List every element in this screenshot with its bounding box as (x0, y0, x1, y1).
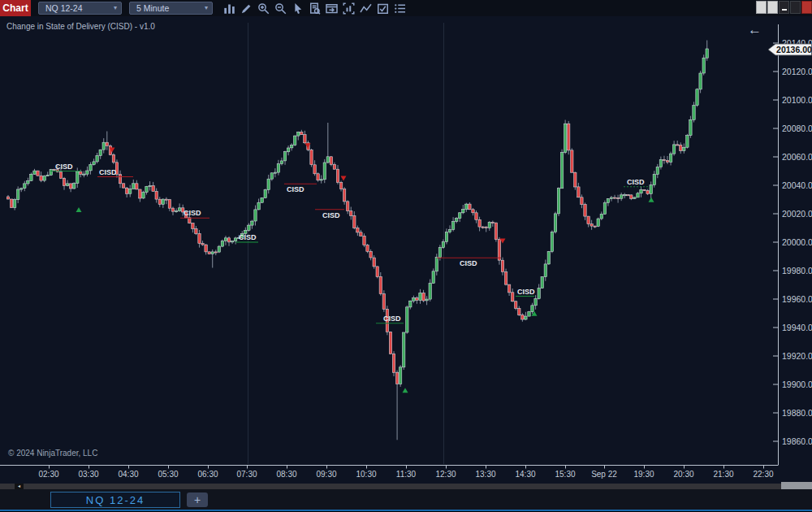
candle (607, 199, 609, 203)
copyright-label: © 2024 NinjaTrader, LLC (8, 449, 97, 458)
horizontal-scrollbar[interactable]: ◂ (0, 484, 812, 489)
candle (80, 171, 82, 174)
tab-nq-12-24[interactable]: NQ 12-24 (50, 492, 180, 508)
candle (425, 299, 428, 301)
candle (597, 219, 599, 226)
candle (416, 298, 418, 301)
candle (363, 236, 365, 245)
candle (666, 161, 668, 163)
candle (136, 184, 138, 189)
candle (643, 189, 646, 190)
candle (248, 225, 250, 230)
candle (76, 171, 79, 184)
candle (686, 136, 689, 148)
add-tab-button[interactable]: + (187, 492, 208, 507)
back-arrow-icon[interactable]: ← (748, 23, 762, 37)
zoom-in-icon[interactable] (257, 2, 270, 15)
close-button[interactable] (801, 1, 812, 14)
price-tick-label: 19940.00 (782, 323, 812, 332)
price-tick-label: 20000.00 (782, 237, 812, 247)
instrument-dropdown[interactable]: NQ 12-24 ▾ (38, 2, 122, 15)
list-menu-icon[interactable] (393, 2, 406, 15)
cisd-label: CISD (99, 168, 117, 176)
candle (155, 191, 158, 199)
candle (376, 267, 378, 277)
candle (498, 240, 500, 261)
candle (211, 252, 214, 254)
candle (24, 184, 26, 189)
price-tick-label: 20040.00 (782, 180, 812, 190)
pencil-icon[interactable] (240, 2, 253, 15)
candle (165, 199, 167, 200)
candle (389, 332, 391, 354)
note-edit-icon[interactable] (376, 2, 389, 15)
bar-chart-icon[interactable] (222, 2, 235, 15)
minimize-icon (782, 9, 787, 11)
candle (86, 171, 89, 174)
chart-menu-button[interactable]: Chart (0, 0, 31, 16)
scrollbar-corner-grip[interactable] (781, 482, 812, 489)
time-tick-label: 03:30 (78, 470, 98, 479)
candle (630, 195, 633, 198)
candle (89, 164, 92, 171)
time-tick-label: 12:30 (435, 470, 456, 479)
minimize-button[interactable] (779, 1, 789, 14)
candle (521, 315, 524, 319)
interval-dropdown[interactable]: 5 Minute ▾ (129, 2, 213, 15)
candle (620, 195, 623, 198)
candle (640, 189, 642, 193)
candle (534, 299, 537, 306)
link-interval-button[interactable] (767, 1, 778, 14)
price-tick-label: 19960.00 (782, 294, 812, 304)
price-tick-label: 20060.00 (782, 152, 812, 162)
session-lines (248, 23, 444, 464)
candle (63, 178, 65, 185)
price-tick-label: 20080.00 (782, 124, 812, 133)
candle (456, 219, 458, 222)
candle (333, 164, 335, 169)
candle (412, 298, 415, 302)
candle (633, 197, 636, 198)
candle (451, 222, 454, 230)
candle (129, 189, 132, 193)
maximize-button[interactable] (790, 1, 801, 14)
candle (495, 223, 497, 240)
candle (13, 200, 15, 208)
zigzag-line-icon[interactable] (359, 2, 372, 15)
candle (571, 150, 573, 172)
chart-box-icon[interactable] (342, 2, 355, 15)
price-tick-label: 20020.00 (782, 209, 812, 219)
cursor-icon[interactable] (291, 2, 304, 15)
candle (119, 175, 121, 184)
candle (69, 184, 71, 189)
candle (528, 312, 530, 317)
candle (102, 142, 105, 150)
candle (261, 198, 263, 203)
price-chart-canvas[interactable]: CISDCISDCISDCISDCISDCISDCISDCISDCISDCISD… (0, 0, 812, 512)
bull-triangle-marker (76, 207, 82, 212)
candle (669, 154, 672, 162)
candle (30, 174, 32, 180)
candle (676, 145, 679, 145)
scrollbar-left-arrow-icon[interactable]: ◂ (15, 484, 24, 489)
zoom-out-icon[interactable] (274, 2, 287, 15)
candle (37, 171, 39, 176)
candle (504, 272, 507, 285)
candle (419, 293, 421, 301)
candle (488, 222, 490, 228)
document-search-icon[interactable] (308, 2, 321, 15)
candle (603, 203, 606, 215)
candle (557, 189, 559, 214)
time-tick-label: 20:30 (673, 470, 693, 479)
panel-window-icon[interactable] (325, 2, 338, 15)
candle (251, 221, 253, 225)
candle (518, 308, 520, 315)
candle (702, 58, 705, 73)
link-instrument-button[interactable] (756, 1, 767, 14)
candle (624, 195, 626, 196)
candle (96, 156, 98, 162)
price-tick-label: 19980.00 (782, 266, 812, 276)
candle (544, 264, 546, 277)
candle (270, 173, 273, 179)
candle (46, 175, 49, 176)
